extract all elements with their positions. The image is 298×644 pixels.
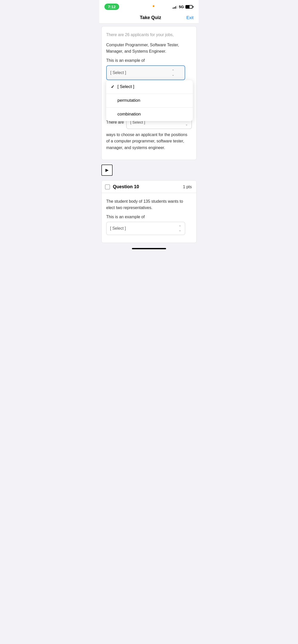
dropdown-trigger[interactable]: [ Select ] ⌃⌄ (106, 65, 185, 80)
question-9-label: This is an example of (106, 58, 192, 63)
question-10-header-left: Question 10 (105, 184, 139, 190)
question-9-card: There are 26 applicants for your jobs, C… (101, 26, 197, 160)
question-10-card: Question 10 1 pts The student body of 13… (101, 180, 197, 243)
status-right: 5G (173, 5, 194, 9)
status-bar: 7:12 5G (99, 0, 199, 12)
question-9-body-text: Computer Programmer, Software Tester, Ma… (106, 42, 192, 55)
status-time: 7:12 (104, 4, 119, 10)
question-9-footer-text: ways to choose an applicant for the posi… (106, 131, 192, 151)
dropdown-item-permutation-label: permutation (117, 98, 140, 103)
dropdown-item-combination-label: combination (117, 112, 141, 117)
bookmark-icon (105, 184, 110, 190)
play-icon: ▶ (105, 168, 109, 172)
svg-rect-0 (105, 185, 110, 189)
checkmark-icon: ✓ (111, 84, 114, 90)
exit-button[interactable]: Exit (186, 15, 194, 20)
question-10-label: This is an example of (106, 215, 192, 219)
question-10-body-text: The student body of 135 students wants t… (106, 198, 192, 211)
home-indicator-area (99, 248, 199, 254)
signal-icon (173, 5, 177, 9)
nav-bar: Take Quiz Exit (99, 12, 199, 24)
signal-bar-4 (177, 6, 177, 9)
play-button[interactable]: ▶ (101, 165, 113, 176)
signal-bar-2 (174, 7, 175, 9)
page-title: Take Quiz (140, 15, 161, 20)
notification-dot (153, 5, 154, 7)
question-number: Question 10 (113, 184, 139, 189)
signal-bar-1 (173, 8, 173, 9)
network-label: 5G (179, 5, 184, 9)
dropdown-item-select-label: [ Select ] (117, 84, 134, 89)
question-pts: 1 pts (183, 185, 192, 189)
play-button-container: ▶ (99, 163, 199, 178)
dropdown-chevron-icon: ⌃⌄ (172, 69, 174, 77)
battery-fill (186, 6, 189, 8)
dropdown-selected-label: [ Select ] (110, 70, 126, 75)
main-content: There are 26 applicants for your jobs, C… (99, 26, 199, 254)
question-10-body: The student body of 135 students wants t… (102, 193, 196, 243)
dropdown-menu: ✓ [ Select ] ✓ permutation ✓ combination (106, 80, 193, 121)
battery-tip (193, 6, 194, 8)
dropdown-item-combination[interactable]: ✓ combination (106, 108, 193, 121)
question-10-chevron-icon: ⌃⌄ (179, 225, 181, 232)
question-10-header: Question 10 1 pts (102, 181, 196, 193)
battery-body (185, 5, 193, 9)
question-9-partial-text: There are 26 applicants for your jobs, (106, 32, 192, 38)
battery-icon (185, 5, 194, 9)
question-10-dropdown-wrapper: [ Select ] ⌃⌄ (106, 222, 192, 235)
question-10-dropdown-label: [ Select ] (110, 226, 126, 231)
dropdown-item-permutation[interactable]: ✓ permutation (106, 94, 193, 108)
signal-bar-3 (175, 6, 176, 9)
question-10-dropdown[interactable]: [ Select ] ⌃⌄ (106, 222, 185, 235)
home-indicator (132, 248, 166, 249)
dropdown-open-container: [ Select ] ⌃⌄ ✓ [ Select ] ✓ permutation… (106, 65, 192, 80)
dropdown-item-select[interactable]: ✓ [ Select ] (106, 80, 193, 94)
